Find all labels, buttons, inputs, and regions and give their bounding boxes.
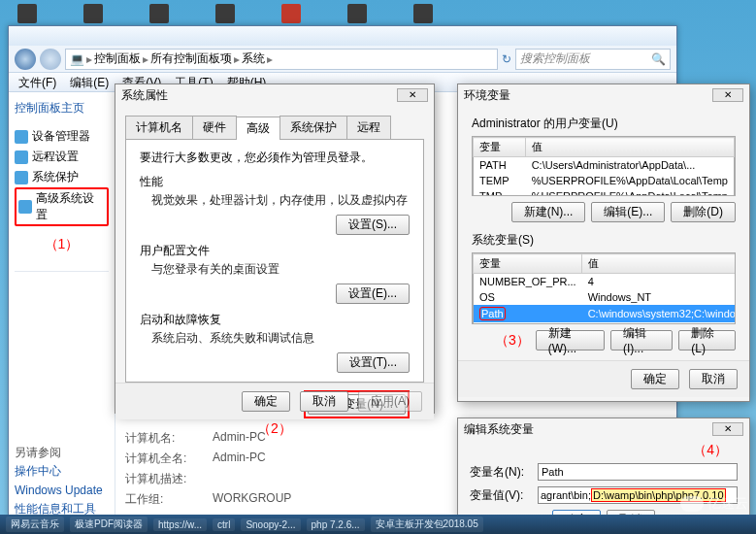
close-button[interactable]: ✕ bbox=[397, 88, 428, 102]
boot-header: 启动和故障恢复 bbox=[140, 312, 410, 328]
profile-settings-button[interactable]: 设置(E)... bbox=[336, 284, 410, 304]
close-button[interactable]: ✕ bbox=[712, 88, 743, 102]
tab-advanced[interactable]: 高级 bbox=[236, 117, 280, 140]
desktop-icons bbox=[0, 0, 756, 27]
desktop-icon[interactable] bbox=[83, 4, 103, 23]
desktop-icon[interactable] bbox=[149, 4, 169, 23]
breadcrumb-item[interactable]: 所有控制面板项 bbox=[150, 50, 232, 67]
annotation-2: （2） bbox=[140, 420, 410, 438]
tab-computer-name[interactable]: 计算机名 bbox=[125, 116, 193, 139]
dialog-titlebar[interactable]: 编辑系统变量 ✕ bbox=[458, 418, 749, 440]
col-value[interactable]: 值 bbox=[582, 254, 736, 274]
var-value-label: 变量值(V): bbox=[470, 487, 528, 504]
explorer-titlebar[interactable] bbox=[9, 26, 676, 46]
taskbar-item[interactable]: 极速PDF阅读器 bbox=[70, 517, 148, 532]
table-row: TEMP%USERPROFILE%\AppData\Local\Temp bbox=[474, 173, 735, 188]
desktop-icon[interactable] bbox=[17, 4, 37, 23]
col-variable[interactable]: 变量 bbox=[474, 254, 582, 274]
dialog-title: 环境变量 bbox=[464, 87, 510, 104]
dialog-titlebar[interactable]: 环境变量 ✕ bbox=[458, 84, 749, 106]
shield-icon bbox=[15, 171, 28, 184]
nav-back-button[interactable] bbox=[15, 49, 36, 70]
taskbar-item[interactable]: https://w... bbox=[153, 518, 207, 531]
dialog-titlebar[interactable]: 系统属性 ✕ bbox=[115, 84, 434, 106]
sidebar-item-remote[interactable]: 远程设置 bbox=[15, 147, 109, 167]
sidebar-title[interactable]: 控制面板主页 bbox=[15, 100, 109, 117]
taskbar-item[interactable]: 网易云音乐 bbox=[6, 517, 64, 532]
delete-user-button[interactable]: 删除(D) bbox=[671, 202, 736, 222]
search-input[interactable]: 搜索控制面板 🔍 bbox=[515, 49, 671, 70]
new-user-button[interactable]: 新建(N)... bbox=[511, 202, 586, 222]
shield-icon bbox=[15, 150, 28, 164]
link-action-center[interactable]: 操作中心 bbox=[15, 461, 109, 482]
menu-edit[interactable]: 编辑(E) bbox=[70, 75, 109, 89]
desktop-icon[interactable] bbox=[281, 4, 301, 23]
tab-hardware[interactable]: 硬件 bbox=[192, 116, 237, 139]
edit-sys-button[interactable]: 编辑(I)... bbox=[610, 330, 673, 350]
table-row: PATHEXT.COM;.EXE;.BAT;.CMD;.VBS;.VBE;... bbox=[474, 322, 737, 324]
table-row: OSWindows_NT bbox=[474, 289, 737, 305]
shield-icon bbox=[15, 130, 28, 144]
edit-user-button[interactable]: 编辑(E)... bbox=[591, 202, 665, 222]
menu-file[interactable]: 文件(F) bbox=[18, 75, 56, 89]
profile-text: 与您登录有关的桌面设置 bbox=[140, 259, 410, 284]
col-variable[interactable]: 变量 bbox=[474, 138, 526, 157]
dialog-title: 系统属性 bbox=[121, 87, 168, 104]
breadcrumb-item[interactable]: 系统 bbox=[242, 50, 265, 67]
tab-remote[interactable]: 远程 bbox=[346, 116, 391, 139]
cancel-button[interactable]: 取消 bbox=[689, 369, 738, 389]
sidebar-item-device-manager[interactable]: 设备管理器 bbox=[15, 126, 109, 147]
dialog-buttons: 确定 取消 bbox=[458, 360, 749, 397]
refresh-icon[interactable]: ↻ bbox=[502, 52, 511, 66]
boot-settings-button[interactable]: 设置(T)... bbox=[337, 352, 410, 373]
sidebar-item-advanced[interactable]: 高级系统设置 bbox=[15, 187, 109, 226]
sys-vars-table[interactable]: 变量值 NUMBER_OF_PR...4 OSWindows_NT PathC:… bbox=[473, 253, 736, 324]
desktop-icon[interactable] bbox=[347, 4, 367, 23]
cloud-icon bbox=[680, 496, 704, 512]
taskbar-item[interactable]: php 7.2.6... bbox=[307, 518, 365, 531]
desktop-icon[interactable] bbox=[215, 4, 235, 23]
tab-protection[interactable]: 系统保护 bbox=[279, 116, 347, 139]
delete-sys-button[interactable]: 删除(L) bbox=[678, 330, 736, 350]
link-windows-update[interactable]: Windows Update bbox=[15, 482, 109, 499]
table-row: TMP%USERPROFILE%\AppData\Local\Temp bbox=[474, 188, 735, 196]
new-sys-button[interactable]: 新建(W)... bbox=[536, 330, 605, 350]
nav-forward-button[interactable] bbox=[40, 49, 61, 70]
table-row: NUMBER_OF_PR...4 bbox=[474, 274, 737, 290]
watermark: 亿速云 bbox=[680, 495, 748, 513]
explorer-address-bar: 💻▸ 控制面板▸ 所有控制面板项▸ 系统▸ ↻ 搜索控制面板 🔍 bbox=[9, 46, 676, 73]
dialog-body: Administrator 的用户变量(U) 变量值 PATHC:\Users\… bbox=[458, 106, 749, 360]
user-vars-label: Administrator 的用户变量(U) bbox=[472, 116, 736, 132]
close-button[interactable]: ✕ bbox=[712, 422, 743, 436]
shield-icon bbox=[18, 200, 32, 214]
table-row: PATHC:\Users\Administrator\AppData\... bbox=[474, 157, 735, 174]
annotation-4: （4） bbox=[470, 442, 728, 459]
see-also-header: 另请参阅 bbox=[15, 445, 109, 461]
sidebar-item-protection[interactable]: 系统保护 bbox=[15, 167, 109, 187]
breadcrumb-icon: 💻 bbox=[70, 52, 84, 66]
intro-text: 要进行大多数更改，您必须作为管理员登录。 bbox=[140, 150, 410, 166]
apply-button[interactable]: 应用(A) bbox=[358, 391, 422, 412]
ok-button[interactable]: 确定 bbox=[631, 369, 679, 389]
perf-header: 性能 bbox=[140, 174, 410, 190]
breadcrumb-item[interactable]: 控制面板 bbox=[94, 50, 141, 67]
breadcrumb[interactable]: 💻▸ 控制面板▸ 所有控制面板项▸ 系统▸ bbox=[65, 49, 498, 70]
taskbar-item[interactable]: ctrl bbox=[213, 518, 235, 531]
dialog-title: 编辑系统变量 bbox=[464, 421, 534, 438]
user-vars-table[interactable]: 变量值 PATHC:\Users\Administrator\AppData\.… bbox=[473, 137, 735, 196]
perf-settings-button[interactable]: 设置(S)... bbox=[336, 215, 410, 235]
taskbar-item[interactable]: Snoopy-2... bbox=[241, 518, 300, 531]
explorer-sidebar: 控制面板主页 设备管理器 远程设置 系统保护 高级系统设置 （1） 另请参阅 操… bbox=[9, 92, 115, 515]
cancel-button[interactable]: 取消 bbox=[300, 391, 348, 412]
var-name-input[interactable] bbox=[538, 463, 738, 481]
taskbar-item[interactable]: 安卓主板开发包2018.05 bbox=[371, 517, 483, 532]
var-name-label: 变量名(N): bbox=[470, 464, 528, 481]
boot-text: 系统启动、系统失败和调试信息 bbox=[140, 328, 410, 352]
ok-button[interactable]: 确定 bbox=[242, 391, 290, 412]
table-row-selected: PathC:\windows\system32;C:\windows;... bbox=[474, 305, 737, 322]
col-value[interactable]: 值 bbox=[526, 138, 735, 157]
taskbar[interactable]: 网易云音乐 极速PDF阅读器 https://w... ctrl Snoopy-… bbox=[0, 515, 756, 534]
sys-vars-label: 系统变量(S) bbox=[472, 232, 736, 249]
desktop-icon[interactable] bbox=[413, 4, 433, 23]
perf-text: 视觉效果，处理器计划，内存使用，以及虚拟内存 bbox=[140, 190, 410, 215]
